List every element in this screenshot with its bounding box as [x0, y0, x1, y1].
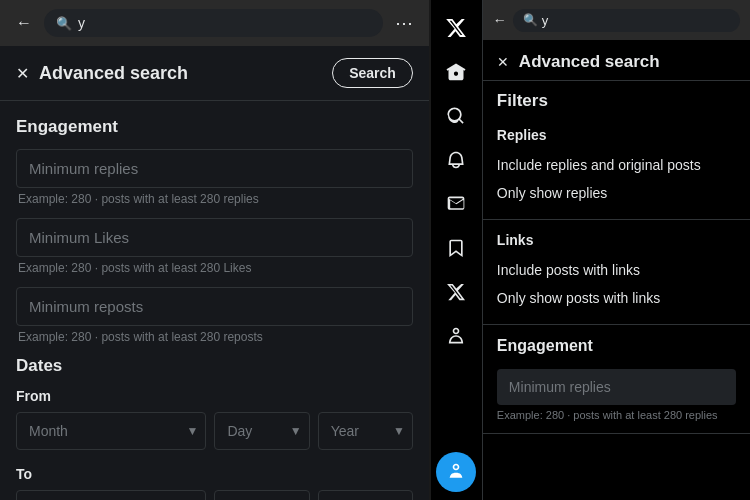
replies-section: Replies Include replies and original pos… [483, 115, 750, 220]
right-panel: ← 🔍 y ✕ Advanced search Filters Replies … [431, 0, 750, 500]
to-month-select[interactable]: Month JanuaryFebruaryMarch AprilMayJune … [16, 490, 206, 500]
back-button-left[interactable]: ← [12, 10, 36, 36]
from-day-wrapper: Day ▼ [214, 412, 309, 450]
replies-title: Replies [497, 127, 736, 143]
links-title: Links [497, 232, 736, 248]
sidebar-profile-icon[interactable] [436, 316, 476, 356]
links-section: Links Include posts with links Only show… [483, 220, 750, 325]
engagement-section-title: Engagement [16, 117, 413, 137]
sidebar-search-icon[interactable] [436, 96, 476, 136]
search-icon-right: 🔍 [523, 13, 538, 27]
min-likes-input[interactable] [16, 218, 413, 257]
right-min-replies-hint: Example: 280 · posts with at least 280 r… [497, 409, 736, 421]
search-value-right: y [542, 13, 549, 28]
min-likes-hint: Example: 280 · posts with at least 280 L… [16, 261, 413, 275]
to-day-select[interactable]: Day [214, 490, 309, 500]
min-likes-group: Example: 280 · posts with at least 280 L… [16, 218, 413, 275]
sidebar-x-logo[interactable] [436, 8, 476, 48]
links-option-include[interactable]: Include posts with links [497, 256, 736, 284]
to-month-wrapper: Month JanuaryFebruaryMarch AprilMayJune … [16, 490, 206, 500]
sidebar [431, 0, 483, 500]
right-advanced-header: ✕ Advanced search [483, 40, 750, 81]
search-button-left[interactable]: Search [332, 58, 413, 88]
sidebar-avatar[interactable] [436, 452, 476, 492]
min-replies-group: Example: 280 · posts with at least 280 r… [16, 149, 413, 206]
from-year-select[interactable]: Year [318, 412, 413, 450]
min-replies-input[interactable] [16, 149, 413, 188]
from-day-select[interactable]: Day [214, 412, 309, 450]
dates-section-title: Dates [16, 356, 413, 376]
right-advanced-title: Advanced search [519, 52, 660, 72]
right-engagement-section: Engagement Example: 280 · posts with at … [483, 325, 750, 434]
right-main-content: ← 🔍 y ✕ Advanced search Filters Replies … [483, 0, 750, 500]
more-button[interactable]: ⋯ [391, 8, 417, 38]
close-button-right[interactable]: ✕ [497, 54, 509, 70]
from-label: From [16, 388, 413, 404]
search-text-left: y [78, 15, 85, 31]
close-button-left[interactable]: ✕ [16, 64, 29, 83]
to-date-row: Month JanuaryFebruaryMarch AprilMayJune … [16, 490, 413, 500]
right-advanced-content: ✕ Advanced search Filters Replies Includ… [483, 40, 750, 500]
to-day-wrapper: Day ▼ [214, 490, 309, 500]
sidebar-home-icon[interactable] [436, 52, 476, 92]
sidebar-notifications-icon[interactable] [436, 140, 476, 180]
from-month-select[interactable]: Month JanuaryFebruaryMarch AprilMayJune … [16, 412, 206, 450]
advanced-title-left: Advanced search [39, 63, 188, 84]
min-replies-hint: Example: 280 · posts with at least 280 r… [16, 192, 413, 206]
from-year-wrapper: Year ▼ [318, 412, 413, 450]
filters-label: Filters [483, 81, 750, 115]
dates-section: Dates From Month JanuaryFebruaryMarch Ap… [16, 356, 413, 500]
right-engagement-title: Engagement [497, 337, 736, 355]
left-panel-content: Engagement Example: 280 · posts with at … [0, 101, 429, 500]
min-reposts-input[interactable] [16, 287, 413, 326]
advanced-header-left: ✕ Advanced search Search [0, 46, 429, 101]
from-date-row: Month JanuaryFebruaryMarch AprilMayJune … [16, 412, 413, 450]
sidebar-bookmarks-icon[interactable] [436, 228, 476, 268]
to-label: To [16, 466, 413, 482]
right-min-replies-input[interactable] [497, 369, 736, 405]
back-button-right[interactable]: ← [493, 12, 507, 28]
advanced-header-left-inner: ✕ Advanced search [16, 63, 188, 84]
search-bar-left[interactable]: 🔍 y [44, 9, 383, 37]
sidebar-x-icon[interactable] [436, 272, 476, 312]
right-top-bar: ← 🔍 y [483, 0, 750, 40]
search-icon-left: 🔍 [56, 16, 72, 31]
replies-option-include[interactable]: Include replies and original posts [497, 151, 736, 179]
to-year-wrapper: Year ▼ [318, 490, 413, 500]
from-month-wrapper: Month JanuaryFebruaryMarch AprilMayJune … [16, 412, 206, 450]
replies-option-only[interactable]: Only show replies [497, 179, 736, 207]
min-reposts-group: Example: 280 · posts with at least 280 r… [16, 287, 413, 344]
sidebar-messages-icon[interactable] [436, 184, 476, 224]
min-reposts-hint: Example: 280 · posts with at least 280 r… [16, 330, 413, 344]
left-panel: ← 🔍 y ⋯ ✕ Advanced search Search Engagem… [0, 0, 429, 500]
search-bar-right[interactable]: 🔍 y [513, 9, 740, 32]
links-option-only[interactable]: Only show posts with links [497, 284, 736, 312]
left-top-bar: ← 🔍 y ⋯ [0, 0, 429, 46]
to-year-select[interactable]: Year [318, 490, 413, 500]
